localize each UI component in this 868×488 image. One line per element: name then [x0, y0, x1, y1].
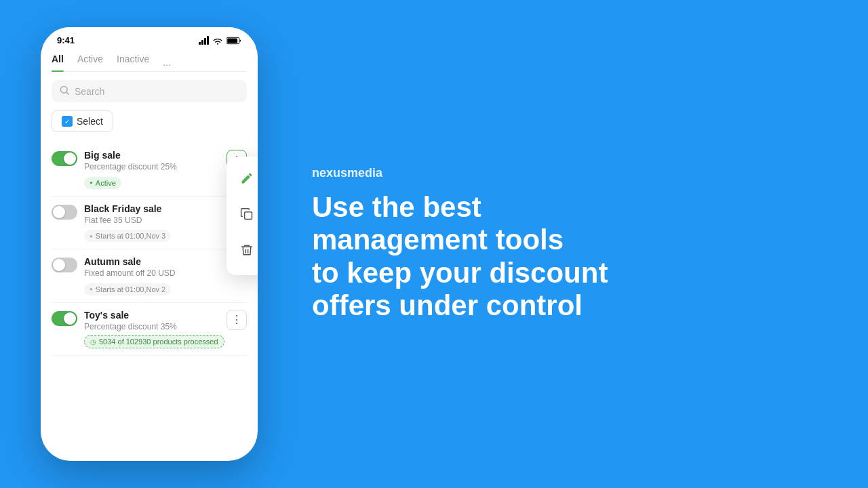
status-bar: 9:41	[41, 27, 258, 45]
toggle-off-icon[interactable]	[52, 205, 77, 220]
context-menu: Edit Duplicate	[226, 157, 258, 275]
item-name-autumn: Autumn sale	[84, 256, 247, 267]
battery-icon	[226, 37, 241, 45]
search-icon	[60, 85, 69, 97]
toggle-on-icon-2[interactable]	[52, 311, 77, 326]
tab-more[interactable]: ...	[163, 57, 171, 68]
phone-content: All Active Inactive ... Search ✓ Select	[41, 45, 258, 356]
item-info-big-sale: Big sale Percentage discount 25% Active	[84, 150, 226, 189]
headline-line2: management tools	[312, 224, 827, 256]
status-icons	[199, 36, 241, 45]
brand-part1: nexus	[312, 166, 347, 180]
edit-icon	[240, 171, 254, 188]
headline: Use the best management tools to keep yo…	[312, 191, 827, 322]
phone-time: 9:41	[57, 35, 75, 45]
duplicate-icon	[240, 207, 254, 224]
toggle-autumn[interactable]	[52, 258, 77, 272]
tab-inactive[interactable]: Inactive	[117, 54, 149, 71]
headline-line3: to keep your discount	[312, 257, 827, 289]
menu-item-duplicate[interactable]: Duplicate	[226, 198, 258, 234]
item-info-black-friday: Black Friday sale Flat fee 35 USD Starts…	[84, 203, 247, 243]
discount-item-autumn: Autumn sale Fixed amount off 20 USD Star…	[52, 249, 247, 303]
menu-item-delete[interactable]: Delete	[226, 234, 258, 270]
select-checkbox-icon: ✓	[62, 116, 73, 127]
toggle-big-sale[interactable]	[52, 151, 77, 166]
item-desc-toys: Percentage discount 35%	[84, 322, 226, 331]
discount-item-black-friday: Black Friday sale Flat fee 35 USD Starts…	[52, 197, 247, 250]
item-desc-autumn: Fixed amount off 20 USD	[84, 268, 247, 278]
badge-scheduled-black-friday: Starts at 01:00,Nov 3	[84, 230, 171, 242]
item-desc-black-friday: Flat fee 35 USD	[84, 216, 247, 225]
signal-icon	[199, 36, 209, 45]
badge-processing-toys: 5034 of 102930 products processed	[84, 335, 224, 348]
wifi-icon	[212, 37, 223, 45]
item-name-black-friday: Black Friday sale	[84, 203, 247, 214]
select-label: Select	[77, 116, 103, 127]
tab-active[interactable]: Active	[77, 54, 103, 71]
select-button[interactable]: ✓ Select	[52, 110, 113, 132]
item-info-toys: Toy's sale Percentage discount 35% 5034 …	[84, 310, 226, 349]
svg-rect-1	[227, 38, 237, 43]
tabs-bar: All Active Inactive ...	[52, 45, 247, 72]
headline-line4: offers under control	[312, 289, 827, 322]
search-placeholder: Search	[75, 86, 104, 97]
toggle-off-icon-2[interactable]	[52, 258, 77, 272]
item-name-big-sale: Big sale	[84, 150, 226, 161]
toggle-toys[interactable]	[52, 311, 77, 326]
item-info-autumn: Autumn sale Fixed amount off 20 USD Star…	[84, 256, 247, 296]
discount-item-toys: Toy's sale Percentage discount 35% 5034 …	[52, 303, 247, 357]
item-name-toys: Toy's sale	[84, 310, 226, 321]
scene: 9:41	[0, 0, 868, 488]
more-menu-button-toys[interactable]: ⋮	[226, 310, 247, 330]
delete-icon	[240, 243, 254, 260]
toggle-on-icon[interactable]	[52, 151, 77, 166]
right-content: nexusmedia Use the best management tools…	[258, 166, 827, 322]
brand-part2: media	[347, 166, 382, 180]
search-bar[interactable]: Search	[52, 80, 247, 102]
badge-active-big-sale: Active	[84, 177, 121, 189]
phone-mockup: 9:41	[41, 27, 258, 461]
svg-line-3	[66, 92, 68, 94]
item-desc-big-sale: Percentage discount 25%	[84, 162, 226, 171]
toggle-black-friday[interactable]	[52, 205, 77, 220]
brand-name: nexusmedia	[312, 166, 827, 180]
menu-item-edit[interactable]: Edit	[226, 162, 258, 198]
tab-all[interactable]: All	[52, 54, 64, 71]
discount-item-big-sale: Big sale Percentage discount 25% Active …	[52, 143, 247, 197]
headline-line1: Use the best	[312, 191, 827, 224]
svg-rect-4	[245, 212, 252, 220]
badge-scheduled-autumn: Starts at 01:00,Nov 2	[84, 283, 171, 296]
